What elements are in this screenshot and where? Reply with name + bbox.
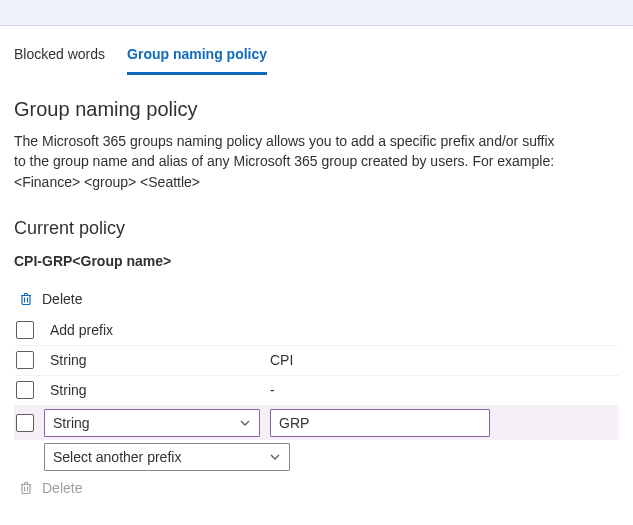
another-prefix-placeholder: Select another prefix: [53, 449, 181, 465]
add-prefix-label: Add prefix: [44, 322, 254, 338]
info-banner: [0, 0, 633, 26]
prefix-row: String CPI: [14, 345, 619, 375]
value-input[interactable]: GRP: [270, 409, 490, 437]
tab-blocked-words[interactable]: Blocked words: [14, 42, 105, 74]
row-type: String: [44, 382, 254, 398]
chevron-down-icon: [239, 417, 251, 429]
another-prefix-row: Select another prefix: [14, 440, 619, 474]
svg-rect-1: [22, 484, 30, 493]
delete-label-disabled: Delete: [42, 480, 82, 496]
row-checkbox[interactable]: [16, 381, 34, 399]
value-input-text: GRP: [279, 415, 309, 431]
delete-toolbar-disabled: Delete: [14, 480, 619, 496]
policy-example: CPI-GRP<Group name>: [14, 253, 619, 269]
type-dropdown-value: String: [53, 415, 90, 431]
row-checkbox[interactable]: [16, 351, 34, 369]
row-value: -: [264, 382, 619, 398]
row-checkbox[interactable]: [16, 414, 34, 432]
prefix-rows: Add prefix String CPI String - String GR…: [14, 315, 619, 474]
prefix-row-editing: String GRP: [14, 405, 619, 440]
tab-group-naming-policy[interactable]: Group naming policy: [127, 42, 267, 75]
prefix-row: String -: [14, 375, 619, 405]
page-title: Group naming policy: [14, 98, 619, 121]
type-dropdown[interactable]: String: [44, 409, 260, 437]
chevron-down-icon: [269, 451, 281, 463]
current-policy-heading: Current policy: [14, 218, 619, 239]
svg-rect-0: [22, 295, 30, 304]
row-type: String: [44, 352, 254, 368]
trash-icon: [18, 480, 34, 496]
row-value: CPI: [264, 352, 619, 368]
delete-label: Delete: [42, 291, 82, 307]
select-all-checkbox[interactable]: [16, 321, 34, 339]
header-row: Add prefix: [14, 315, 619, 345]
trash-icon: [18, 291, 34, 307]
another-prefix-dropdown[interactable]: Select another prefix: [44, 443, 290, 471]
page-description: The Microsoft 365 groups naming policy a…: [14, 131, 569, 192]
tab-strip: Blocked words Group naming policy: [14, 26, 619, 74]
delete-toolbar[interactable]: Delete: [14, 291, 619, 307]
